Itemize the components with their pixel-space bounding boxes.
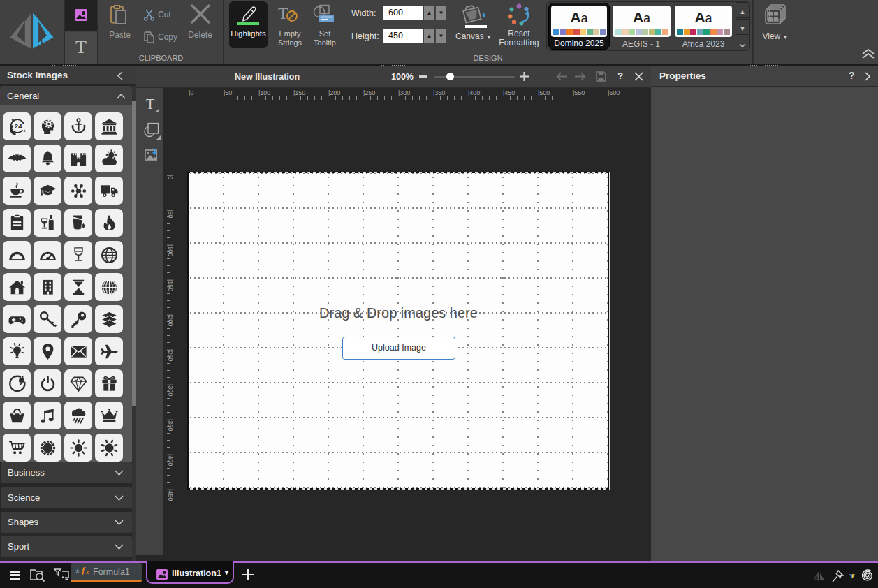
svg-text:T: T (278, 4, 288, 22)
svg-text:24: 24 (14, 122, 22, 129)
